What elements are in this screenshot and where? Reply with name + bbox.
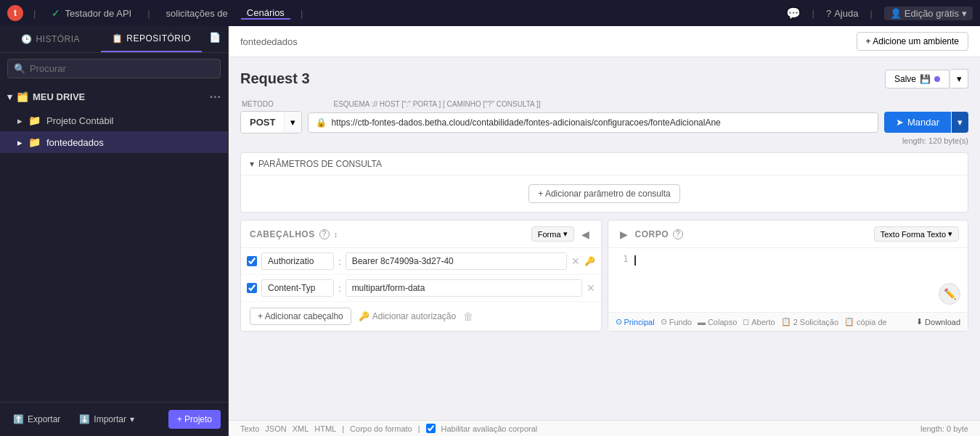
auth-header-value[interactable] bbox=[346, 252, 567, 270]
sidebar-item-projeto-contabil[interactable]: 📁 Projeto Contábil ⋯ bbox=[0, 110, 228, 131]
add-env-label: + Adicione um ambiente bbox=[866, 36, 959, 46]
params-section: PARÂMETROS DE CONSULTA + Adicionar parâm… bbox=[240, 152, 968, 213]
body-footer-colapso[interactable]: ▬ Colapso bbox=[698, 318, 737, 326]
headers-sort-icon[interactable]: ↕ bbox=[334, 230, 338, 239]
add-param-button[interactable]: + Adicionar parâmetro de consulta bbox=[528, 184, 679, 203]
status-divider-2: | bbox=[418, 424, 420, 433]
help-label: Ajuda bbox=[834, 8, 858, 19]
chat-icon[interactable]: 💬 bbox=[786, 7, 801, 20]
nav-item-solicitacoes[interactable]: solicitações de bbox=[160, 8, 234, 19]
headers-format-chevron-icon bbox=[563, 229, 568, 239]
sidebar-export-icon[interactable]: 📄 bbox=[202, 26, 228, 52]
url-row: POST 🔒 ➤ Mandar bbox=[240, 111, 968, 133]
headers-info-icon: ? bbox=[319, 229, 330, 239]
content-type-key[interactable] bbox=[261, 279, 334, 297]
url-input-container[interactable]: 🔒 bbox=[308, 112, 878, 133]
app-logo: t bbox=[7, 5, 23, 21]
import-btn[interactable]: ⬇️ Importar bbox=[73, 411, 140, 427]
sidebar-my-drive[interactable]: 🗂️ MEU DRIVE ⋯ bbox=[0, 84, 228, 110]
editor-line-1: 1 bbox=[614, 254, 636, 266]
save-dot-indicator bbox=[934, 76, 940, 82]
habilitar-checkbox[interactable] bbox=[426, 424, 436, 433]
save-button[interactable]: Salve 💾 bbox=[885, 70, 950, 89]
sidebar-tab-historia[interactable]: 🕒 HISTÓRIA bbox=[0, 26, 101, 52]
content-type-value[interactable] bbox=[346, 279, 582, 297]
sidebar-tab-repositorio-label: REPOSITÓRIO bbox=[126, 33, 191, 44]
auth-header-delete-button[interactable]: ✕ bbox=[571, 255, 580, 267]
body-footer-copia[interactable]: 📋 cópia de bbox=[844, 317, 887, 326]
sidebar-item-fontededados[interactable]: 📁 fontededados ⋯ bbox=[0, 131, 228, 153]
search-icon: 🔍 bbox=[14, 63, 25, 74]
open-icon: ◻ bbox=[743, 317, 749, 326]
send-arrow-icon: ➤ bbox=[896, 117, 904, 128]
auth-header-lock-button[interactable]: 🔑 bbox=[584, 256, 595, 266]
save-dropdown-button[interactable] bbox=[951, 69, 968, 89]
add-environment-button[interactable]: + Adicione um ambiente bbox=[857, 32, 968, 51]
save-label: Salve bbox=[894, 74, 916, 84]
nav-item-testador[interactable]: ✓ Testador de API bbox=[46, 7, 137, 19]
body-footer-fundo[interactable]: ⊙ Fundo bbox=[661, 317, 692, 326]
params-label: PARÂMETROS DE CONSULTA bbox=[258, 159, 382, 169]
delete-all-headers-button[interactable]: 🗑 bbox=[463, 310, 473, 322]
headers-format-button[interactable]: Forma bbox=[531, 226, 574, 242]
send-button[interactable]: ➤ Mandar bbox=[884, 112, 951, 133]
send-dropdown-button[interactable] bbox=[952, 112, 968, 133]
editor-content: 1 bbox=[614, 254, 963, 266]
export-icon: ⬆️ bbox=[13, 414, 24, 424]
send-btn-group: ➤ Mandar bbox=[884, 112, 968, 133]
habilitar-label: Habilitar avaliação corporal bbox=[441, 424, 538, 433]
add-auth-button[interactable]: 🔑 Adicionar autorização bbox=[359, 311, 456, 321]
split-area: CABEÇALHOS ? ↕ Forma ◀ bbox=[240, 220, 968, 332]
download-button[interactable]: ⬇ Download bbox=[916, 317, 960, 326]
nav-item-cenarios-label: Cenários bbox=[247, 7, 285, 18]
nav-divider-4: | bbox=[809, 8, 817, 19]
sidebar-tab-repositorio[interactable]: 📋 REPOSITÓRIO bbox=[101, 26, 202, 52]
body-format-button[interactable]: Texto Forma Texto bbox=[874, 226, 959, 242]
add-param-label: + Adicionar parâmetro de consulta bbox=[538, 189, 670, 199]
status-texto[interactable]: Texto bbox=[240, 424, 259, 433]
method-chevron-icon[interactable] bbox=[284, 112, 301, 133]
edition-label: Edição grátis bbox=[905, 8, 959, 19]
sidebar-search[interactable]: 🔍 bbox=[7, 59, 221, 78]
auth-header-key[interactable] bbox=[261, 252, 334, 270]
export-label: Exportar bbox=[28, 414, 60, 424]
import-icon: ⬇️ bbox=[79, 414, 90, 424]
header-row-content-type: : ✕ bbox=[241, 275, 601, 302]
add-auth-icon: 🔑 bbox=[359, 311, 369, 321]
my-drive-options-icon[interactable]: ⋯ bbox=[209, 90, 221, 104]
help-btn[interactable]: ? Ajuda bbox=[826, 8, 858, 19]
method-select[interactable]: POST bbox=[240, 111, 302, 133]
body-footer-solicitacao[interactable]: 📋 2 Solicitação bbox=[781, 317, 838, 326]
auth-header-checkbox[interactable] bbox=[247, 256, 257, 266]
body-nav-right-button[interactable]: ▶ bbox=[617, 227, 631, 242]
nav-item-cenarios[interactable]: Cenários bbox=[241, 7, 290, 20]
body-footer-aberto[interactable]: ◻ Aberto bbox=[743, 317, 775, 326]
body-panel-header: ▶ CORPO ? Texto Forma Texto bbox=[608, 221, 968, 248]
export-btn[interactable]: ⬆️ Exportar bbox=[7, 411, 66, 427]
status-corpo-formato[interactable]: Corpo do formato bbox=[350, 424, 412, 433]
body-footer-principal[interactable]: ⊙ Principal bbox=[616, 317, 655, 326]
body-editor[interactable]: 1 bbox=[608, 248, 968, 312]
add-project-button[interactable]: + Projeto bbox=[168, 410, 221, 429]
headers-nav-left-button[interactable]: ◀ bbox=[579, 227, 592, 242]
url-input[interactable] bbox=[331, 118, 870, 128]
header-row-authorization: : ✕ 🔑 bbox=[241, 248, 601, 275]
status-bar: Texto JSON XML HTML | Corpo do formato |… bbox=[229, 420, 980, 436]
top-nav-right: 💬 | ? Ajuda | 👤 Edição grátis bbox=[786, 7, 973, 20]
content-type-delete-button[interactable]: ✕ bbox=[587, 282, 595, 294]
status-xml[interactable]: XML bbox=[293, 424, 309, 433]
header-actions: + Adicionar cabeçalho 🔑 Adicionar autori… bbox=[241, 302, 601, 331]
edition-btn[interactable]: 👤 Edição grátis bbox=[884, 7, 973, 20]
pencil-button[interactable]: ✏️ bbox=[939, 283, 960, 305]
params-header[interactable]: PARÂMETROS DE CONSULTA bbox=[241, 153, 968, 176]
send-chevron-icon bbox=[957, 117, 963, 128]
content-type-checkbox[interactable] bbox=[247, 283, 257, 293]
search-input[interactable] bbox=[30, 63, 214, 74]
add-header-button[interactable]: + Adicionar cabeçalho bbox=[250, 308, 351, 325]
body-footer-right: ⬇ Download bbox=[916, 317, 960, 326]
status-json[interactable]: JSON bbox=[265, 424, 286, 433]
status-html[interactable]: HTML bbox=[314, 424, 336, 433]
copia-label: cópia de bbox=[857, 318, 887, 326]
folder-icon-fontededados: 📁 bbox=[28, 136, 41, 148]
sidebar-tab-historia-label: HISTÓRIA bbox=[36, 34, 80, 44]
